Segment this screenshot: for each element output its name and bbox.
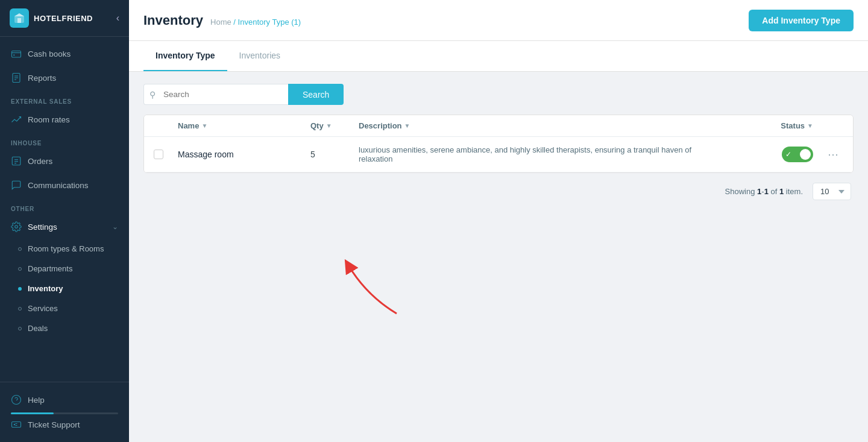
content-area: Inventory Type Inventories ⚲ Search Name… bbox=[129, 41, 868, 442]
services-label: Services bbox=[28, 304, 58, 313]
th-description[interactable]: Description ▼ bbox=[359, 121, 717, 130]
search-input-wrap: ⚲ bbox=[143, 84, 288, 105]
logo-text: HOTELFRIEND bbox=[34, 14, 93, 23]
svg-rect-3 bbox=[12, 51, 21, 58]
status-toggle[interactable]: ✓ bbox=[782, 147, 813, 162]
main-area: Inventory Home / Inventory Type (1) Add … bbox=[129, 0, 868, 442]
svg-rect-10 bbox=[12, 157, 20, 165]
table-container: Name ▼ Qty ▼ Description ▼ Status ▼ bbox=[143, 115, 854, 203]
ticket-support-label: Ticket Support bbox=[28, 420, 80, 429]
sidebar-item-reports[interactable]: Reports bbox=[0, 66, 129, 90]
top-bar-left: Inventory Home / Inventory Type (1) bbox=[143, 13, 301, 28]
sidebar-item-settings[interactable]: Settings ⌄ bbox=[0, 215, 129, 239]
settings-icon bbox=[11, 221, 22, 232]
row-checkbox[interactable] bbox=[154, 150, 163, 159]
th-name[interactable]: Name ▼ bbox=[178, 121, 310, 130]
sidebar-item-communications[interactable]: Communications bbox=[0, 173, 129, 197]
th-name-label: Name bbox=[178, 121, 199, 130]
sub-dot-deals bbox=[18, 327, 22, 330]
th-desc-sort-icon: ▼ bbox=[404, 122, 410, 129]
sub-dot-inventory bbox=[18, 287, 22, 291]
sidebar-item-deals[interactable]: Deals bbox=[0, 318, 129, 338]
row-checkbox-cell bbox=[154, 150, 178, 159]
communications-icon bbox=[11, 180, 22, 191]
th-status-sort-icon: ▼ bbox=[807, 122, 813, 129]
pagination-unit: item. bbox=[786, 187, 803, 196]
th-status-label: Status bbox=[781, 121, 805, 130]
deals-label: Deals bbox=[28, 324, 48, 333]
svg-point-15 bbox=[12, 396, 21, 405]
sidebar-nav: Cash books Reports EXTERNAL SALES Room r… bbox=[0, 37, 129, 382]
cash-books-label: Cash books bbox=[28, 49, 71, 58]
row-actions-cell: ⋯ bbox=[813, 145, 843, 163]
help-label: Help bbox=[28, 396, 45, 405]
sidebar-toggle-icon[interactable]: ‹ bbox=[116, 13, 119, 24]
sidebar-item-departments[interactable]: Departments bbox=[0, 259, 129, 279]
logo-area: HOTELFRIEND ‹ bbox=[0, 0, 129, 37]
room-types-label: Room types & Rooms bbox=[28, 244, 104, 253]
toggle-knob bbox=[800, 149, 811, 160]
search-button[interactable]: Search bbox=[288, 84, 344, 105]
sidebar-item-services[interactable]: Services bbox=[0, 298, 129, 318]
pagination: Showing 1-1 of 1 item. 10 25 50 100 bbox=[143, 173, 854, 203]
pagination-range-end: 1 bbox=[764, 187, 769, 196]
top-bar: Inventory Home / Inventory Type (1) Add … bbox=[129, 0, 868, 41]
search-icon: ⚲ bbox=[149, 90, 156, 99]
sidebar-item-ticket-support[interactable]: Ticket Support bbox=[11, 414, 118, 435]
inventory-label: Inventory bbox=[28, 284, 63, 293]
row-status-cell: ✓ bbox=[717, 147, 813, 162]
row-name: Massage room bbox=[178, 150, 310, 159]
settings-label: Settings bbox=[28, 223, 57, 232]
breadcrumb-home[interactable]: Home bbox=[210, 17, 231, 27]
svg-rect-17 bbox=[12, 422, 21, 428]
pagination-total: 1 bbox=[779, 187, 784, 196]
search-input[interactable] bbox=[143, 84, 288, 105]
sidebar-item-room-rates[interactable]: Room rates bbox=[0, 107, 129, 131]
th-qty-sort-icon: ▼ bbox=[326, 122, 332, 129]
section-external-sales: EXTERNAL SALES bbox=[0, 90, 129, 107]
tabs: Inventory Type Inventories bbox=[129, 41, 868, 72]
section-inhouse: INHOUSE bbox=[0, 131, 129, 149]
pagination-text: Showing 1-1 of 1 item. bbox=[725, 187, 803, 196]
sidebar-item-inventory[interactable]: Inventory bbox=[0, 279, 129, 298]
breadcrumb: Home / Inventory Type (1) bbox=[210, 17, 301, 27]
search-row: ⚲ Search bbox=[143, 84, 854, 105]
th-actions bbox=[813, 121, 843, 130]
row-actions-button[interactable]: ⋯ bbox=[823, 145, 843, 163]
logo-icon bbox=[10, 8, 29, 28]
row-qty: 5 bbox=[310, 150, 359, 159]
help-icon bbox=[11, 394, 22, 405]
breadcrumb-separator: / bbox=[233, 17, 237, 27]
add-inventory-type-button[interactable]: Add Inventory Type bbox=[749, 10, 854, 31]
svg-marker-1 bbox=[14, 13, 24, 16]
sub-dot-services bbox=[18, 307, 22, 311]
sidebar-item-orders[interactable]: Orders bbox=[0, 149, 129, 173]
sub-dot-departments bbox=[18, 267, 22, 271]
cash-icon bbox=[11, 48, 22, 59]
reports-label: Reports bbox=[28, 74, 56, 83]
per-page-select[interactable]: 10 25 50 100 bbox=[813, 183, 851, 200]
th-qty-label: Qty bbox=[310, 121, 324, 130]
th-status[interactable]: Status ▼ bbox=[717, 121, 813, 130]
tab-inventory-type[interactable]: Inventory Type bbox=[143, 41, 227, 71]
sidebar-item-cash-books[interactable]: Cash books bbox=[0, 42, 129, 66]
room-rates-icon bbox=[11, 114, 22, 125]
sidebar-item-room-types[interactable]: Room types & Rooms bbox=[0, 239, 129, 259]
sidebar-item-help[interactable]: Help bbox=[11, 390, 118, 410]
reports-icon bbox=[11, 72, 22, 83]
settings-sub-nav: Room types & Rooms Departments Inventory… bbox=[0, 239, 129, 338]
section-other: OTHER bbox=[0, 197, 129, 215]
orders-label: Orders bbox=[28, 157, 52, 166]
table-header: Name ▼ Qty ▼ Description ▼ Status ▼ bbox=[144, 115, 853, 137]
tab-inventories[interactable]: Inventories bbox=[227, 41, 292, 71]
breadcrumb-current: Inventory Type (1) bbox=[238, 17, 301, 27]
red-arrow-annotation bbox=[312, 247, 409, 320]
ticket-icon bbox=[11, 419, 22, 430]
th-qty[interactable]: Qty ▼ bbox=[310, 121, 359, 130]
th-desc-label: Description bbox=[359, 121, 402, 130]
orders-icon bbox=[11, 156, 22, 166]
svg-point-18 bbox=[14, 424, 15, 425]
th-checkbox bbox=[154, 121, 178, 130]
pagination-range-start: 1 bbox=[757, 187, 761, 196]
communications-label: Communications bbox=[28, 181, 89, 190]
